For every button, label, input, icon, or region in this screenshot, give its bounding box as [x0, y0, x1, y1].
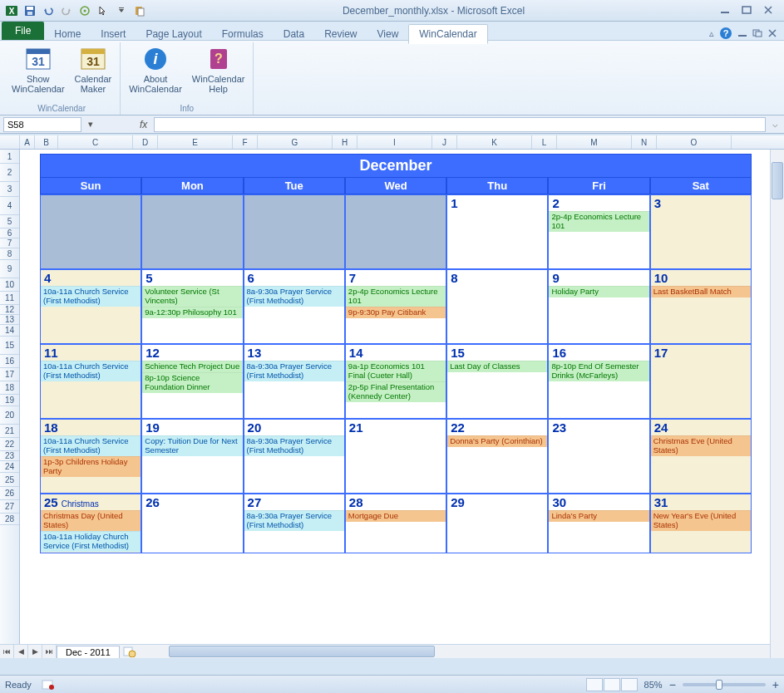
inner-close-icon[interactable]: [767, 29, 777, 37]
calendar-cell[interactable]: 30Linda's Party: [548, 494, 649, 553]
select-all-corner[interactable]: [0, 135, 20, 149]
col-header[interactable]: H: [333, 135, 357, 149]
tab-view[interactable]: View: [367, 25, 409, 43]
tab-insert[interactable]: Insert: [91, 25, 136, 43]
sheet-tab[interactable]: Dec - 2011: [57, 646, 120, 658]
col-header[interactable]: K: [457, 135, 532, 149]
row-header[interactable]: 15: [0, 337, 19, 355]
col-header[interactable]: C: [58, 135, 133, 149]
calendar-cell[interactable]: 29: [446, 494, 548, 553]
macro-record-icon[interactable]: [42, 679, 55, 691]
tab-data[interactable]: Data: [274, 25, 314, 43]
sheet-nav-first-icon[interactable]: ⏮: [0, 645, 14, 658]
calendar-cell[interactable]: 149a-1p Economics 101 Final (Cueter Hall…: [345, 344, 446, 419]
tab-wincalendar[interactable]: WinCalendar: [408, 24, 487, 44]
calendar-cell[interactable]: 1: [446, 194, 548, 269]
minimize-icon[interactable]: [719, 5, 732, 17]
col-header[interactable]: J: [432, 135, 457, 149]
tab-home[interactable]: Home: [44, 25, 91, 43]
calendar-cell[interactable]: 26: [141, 494, 243, 553]
vscroll-thumb[interactable]: [772, 162, 783, 199]
calendar-cell[interactable]: 15Last Day of Classes: [446, 344, 548, 419]
row-header[interactable]: 23: [0, 451, 19, 461]
calendar-event[interactable]: 10a-11a Holiday Church Service (First Me…: [41, 531, 141, 552]
calendar-event[interactable]: Donna's Party (Corinthian): [447, 435, 547, 447]
help-icon[interactable]: ?: [719, 27, 732, 40]
calendar-event[interactable]: 2p-5p Final Presentation (Kennedy Center…: [346, 381, 446, 402]
sheet-add-icon[interactable]: [120, 645, 140, 658]
formula-expand-icon[interactable]: ⌵: [769, 119, 781, 130]
show-wincalendar-button[interactable]: 31 Show WinCalendar: [8, 44, 68, 102]
calendar-cell[interactable]: 17: [650, 344, 752, 419]
calendar-event[interactable]: 2p-4p Economics Lecture 101: [346, 286, 446, 307]
about-wincalendar-button[interactable]: i About WinCalendar: [126, 44, 185, 102]
excel-icon[interactable]: X: [3, 2, 20, 19]
calendar-event[interactable]: Copy: Tuition Due for Next Semester: [142, 435, 242, 456]
calendar-maker-button[interactable]: 31 Calendar Maker: [71, 44, 116, 102]
row-header[interactable]: 22: [0, 438, 19, 451]
fx-icon[interactable]: fx: [136, 119, 150, 130]
row-header[interactable]: 19: [0, 395, 19, 406]
paste-icon[interactable]: [131, 2, 148, 19]
row-header[interactable]: 14: [0, 325, 19, 337]
calendar-event[interactable]: Linda's Party: [549, 510, 648, 522]
row-header[interactable]: 6: [0, 229, 19, 238]
calendar-cell[interactable]: [141, 194, 243, 269]
calendar-cell[interactable]: 25ChristmasChristmas Day (United States)…: [40, 494, 141, 553]
tab-page-layout[interactable]: Page Layout: [136, 25, 211, 43]
calendar-cell[interactable]: 19Copy: Tuition Due for Next Semester: [141, 419, 243, 494]
row-header[interactable]: 17: [0, 368, 19, 381]
calendar-cell[interactable]: 168p-10p End Of Semester Drinks (McFarle…: [548, 344, 649, 419]
calendar-event[interactable]: 1p-3p Childrens Holiday Party: [41, 456, 141, 477]
row-header[interactable]: 3: [0, 182, 19, 197]
calendar-cell[interactable]: 72p-4p Economics Lecture 1019p-9:30p Pay…: [345, 269, 446, 344]
row-header[interactable]: 27: [0, 500, 19, 514]
calendar-cell[interactable]: 9Holiday Party: [548, 269, 649, 344]
col-header[interactable]: A: [20, 135, 35, 149]
calendar-cell[interactable]: 22p-4p Economics Lecture 101: [548, 194, 649, 269]
row-header[interactable]: 13: [0, 315, 19, 325]
col-header[interactable]: L: [532, 135, 557, 149]
page-break-view-button[interactable]: [621, 678, 638, 691]
calendar-cell[interactable]: 24Christmas Eve (United States): [650, 419, 752, 494]
col-header[interactable]: F: [233, 135, 258, 149]
calendar-event[interactable]: Holiday Party: [549, 286, 648, 297]
row-header[interactable]: 18: [0, 381, 19, 395]
calendar-event[interactable]: 10a-11a Church Service (First Methodist): [41, 361, 141, 381]
calendar-event[interactable]: 8a-9:30a Prayer Service (First Methodist…: [244, 435, 344, 456]
calendar-cell[interactable]: 138a-9:30a Prayer Service (First Methodi…: [244, 344, 345, 419]
calendar-event[interactable]: 9p-9:30p Pay Citibank: [346, 307, 446, 318]
ribbon-minimize-icon[interactable]: ▵: [709, 28, 714, 39]
calendar-event[interactable]: 8p-10p End Of Semester Drinks (McFarleys…: [549, 361, 648, 381]
page-layout-view-button[interactable]: [604, 678, 620, 691]
calendar-event[interactable]: Volunteer Service (St Vincents): [142, 286, 242, 307]
formula-input[interactable]: [154, 117, 766, 132]
print-icon[interactable]: [76, 2, 93, 19]
tab-review[interactable]: Review: [314, 25, 367, 43]
calendar-event[interactable]: 8p-10p Science Foundation Dinner: [142, 372, 242, 393]
horizontal-scrollbar[interactable]: [156, 645, 784, 658]
row-header[interactable]: 25: [0, 473, 19, 487]
zoom-in-icon[interactable]: +: [772, 678, 779, 691]
calendar-cell[interactable]: [345, 194, 446, 269]
calendar-cell[interactable]: 28Mortgage Due: [345, 494, 446, 553]
calendar-event[interactable]: 8a-9:30a Prayer Service (First Methodist…: [244, 286, 344, 307]
name-box-dropdown-icon[interactable]: ▾: [85, 119, 96, 130]
calendar-cell[interactable]: 278a-9:30a Prayer Service (First Methodi…: [244, 494, 345, 553]
calendar-event[interactable]: 8a-9:30a Prayer Service (First Methodist…: [244, 361, 344, 381]
row-header[interactable]: 10: [0, 278, 19, 292]
zoom-level[interactable]: 85%: [644, 680, 663, 690]
cells-area[interactable]: December SunMonTueWedThuFriSat 122p-4p E…: [20, 150, 784, 644]
sheet-nav-last-icon[interactable]: ⏭: [42, 645, 57, 658]
calendar-event[interactable]: Last Day of Classes: [447, 361, 547, 372]
col-header[interactable]: I: [357, 135, 432, 149]
row-header[interactable]: 1: [0, 150, 19, 164]
calendar-cell[interactable]: 10Last BasketBall Match: [650, 269, 752, 344]
zoom-thumb[interactable]: [716, 680, 722, 690]
calendar-event[interactable]: New Year's Eve (United States): [651, 510, 751, 531]
row-header[interactable]: 11: [0, 292, 19, 305]
hscroll-thumb[interactable]: [169, 646, 435, 657]
undo-icon[interactable]: [40, 2, 57, 19]
row-header[interactable]: 8: [0, 248, 19, 260]
row-header[interactable]: 5: [0, 215, 19, 229]
